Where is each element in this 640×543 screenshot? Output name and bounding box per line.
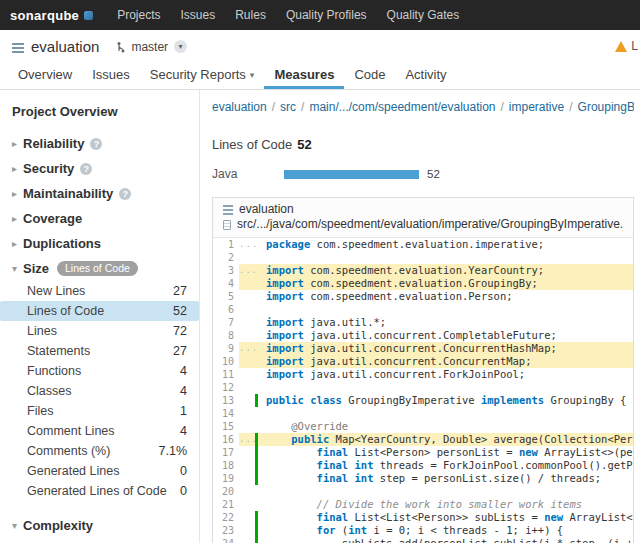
line-number[interactable]: 6	[213, 303, 239, 316]
project-name-link[interactable]: evaluation	[31, 38, 99, 55]
scm-info[interactable]	[239, 303, 255, 316]
line-number[interactable]: 24	[213, 537, 239, 543]
tab[interactable]: Overview	[8, 63, 82, 89]
scm-info[interactable]	[239, 381, 255, 394]
line-number[interactable]: 15	[213, 420, 239, 433]
line-number[interactable]: 16	[213, 433, 239, 446]
measure-section-header[interactable]: ▸ Coverage	[0, 206, 199, 231]
help-icon[interactable]: ?	[80, 163, 92, 175]
line-number[interactable]: 10	[213, 355, 239, 368]
sonarqube-cube-icon	[84, 11, 93, 20]
scm-info[interactable]	[239, 524, 255, 537]
sonarqube-logo[interactable]: sonarqube	[10, 8, 93, 23]
line-number[interactable]: 3	[213, 264, 239, 277]
scm-info[interactable]: ...	[239, 342, 255, 355]
tab[interactable]: Issues	[82, 63, 140, 89]
scm-info[interactable]: ...	[239, 433, 255, 446]
file-path-link[interactable]: src/.../java/com/speedment/evaluation/im…	[237, 217, 623, 232]
help-icon[interactable]: ?	[90, 138, 102, 150]
code-line: 23 for (int i = 0; i < threads - 1; i++)…	[213, 524, 633, 537]
measure-item[interactable]: Comments (%) 7.1%	[0, 441, 199, 461]
breadcrumb-item[interactable]: imperative	[509, 100, 564, 114]
line-number[interactable]: 9	[213, 342, 239, 355]
line-number[interactable]: 19	[213, 472, 239, 485]
line-number[interactable]: 12	[213, 381, 239, 394]
topnav-item[interactable]: Rules	[225, 0, 276, 30]
measure-section-header[interactable]: ▾ Complexity	[0, 513, 199, 538]
tab[interactable]: Measures	[264, 63, 344, 89]
scm-info[interactable]	[239, 355, 255, 368]
scm-info[interactable]	[239, 290, 255, 303]
coverage-indicator	[255, 277, 262, 290]
line-number[interactable]: 13	[213, 394, 239, 407]
help-icon[interactable]: ?	[119, 188, 131, 200]
scm-info[interactable]	[239, 329, 255, 342]
measure-section-header[interactable]: ▸ Reliability ?	[0, 131, 199, 156]
breadcrumb-item[interactable]: GroupingByImperative.java	[578, 100, 634, 114]
scm-info[interactable]	[239, 277, 255, 290]
line-number[interactable]: 21	[213, 498, 239, 511]
measure-item[interactable]: Cyclomatic Complexity 11	[0, 538, 199, 543]
analysis-warning[interactable]: L	[615, 39, 638, 53]
scm-info[interactable]	[239, 251, 255, 264]
branch-selector[interactable]: master ▾	[115, 40, 187, 54]
measure-item[interactable]: Lines 72	[0, 321, 199, 341]
code-line: 10 import java.util.concurrent.Concurren…	[213, 355, 633, 368]
scm-info[interactable]	[239, 316, 255, 329]
measure-item[interactable]: Classes 4	[0, 381, 199, 401]
scm-info[interactable]	[239, 537, 255, 543]
measure-value: 0	[180, 484, 187, 498]
scm-info[interactable]	[239, 485, 255, 498]
topnav-item[interactable]: Quality Profiles	[276, 0, 377, 30]
measure-item[interactable]: Lines of Code 52	[0, 301, 199, 321]
measure-item[interactable]: Statements 27	[0, 341, 199, 361]
line-number[interactable]: 18	[213, 459, 239, 472]
measure-section-header[interactable]: ▸ Maintainability ?	[0, 181, 199, 206]
topnav-item[interactable]: Quality Gates	[377, 0, 470, 30]
measure-label: Lines of Code	[27, 304, 104, 318]
tab[interactable]: Security Reports ▾	[140, 63, 265, 89]
line-number[interactable]: 11	[213, 368, 239, 381]
line-number[interactable]: 22	[213, 511, 239, 524]
breadcrumb-item[interactable]: src	[280, 100, 296, 114]
code-line: 19 final int step = personList.size() / …	[213, 472, 633, 485]
measure-item[interactable]: Generated Lines of Code 0	[0, 481, 199, 501]
scm-info[interactable]	[239, 407, 255, 420]
scm-info[interactable]: ...	[239, 264, 255, 277]
measure-item[interactable]: Comment Lines 4	[0, 421, 199, 441]
breadcrumb-item[interactable]: main/.../com/speedment/evaluation	[309, 100, 495, 114]
tab[interactable]: Activity	[395, 63, 456, 89]
measure-section-header[interactable]: ▸ Duplications	[0, 231, 199, 256]
topnav-item[interactable]: Projects	[107, 0, 170, 30]
scm-info[interactable]	[239, 459, 255, 472]
line-number[interactable]: 23	[213, 524, 239, 537]
tab[interactable]: Code	[344, 63, 395, 89]
line-number[interactable]: 20	[213, 485, 239, 498]
line-number[interactable]: 8	[213, 329, 239, 342]
scm-info[interactable]	[239, 511, 255, 524]
scm-info[interactable]: ...	[239, 238, 255, 251]
line-number[interactable]: 4	[213, 277, 239, 290]
measure-item[interactable]: New Lines 27	[0, 281, 199, 301]
scm-info[interactable]	[239, 446, 255, 459]
line-number[interactable]: 14	[213, 407, 239, 420]
line-number[interactable]: 7	[213, 316, 239, 329]
line-number[interactable]: 17	[213, 446, 239, 459]
scm-info[interactable]	[239, 394, 255, 407]
line-number[interactable]: 2	[213, 251, 239, 264]
line-number[interactable]: 5	[213, 290, 239, 303]
measure-section-header[interactable]: ▾ Size Lines of Code	[0, 256, 199, 281]
file-header-project-link[interactable]: evaluation	[239, 202, 294, 217]
breadcrumb-item[interactable]: evaluation	[212, 100, 267, 114]
scm-info[interactable]	[239, 420, 255, 433]
topnav-item[interactable]: Issues	[171, 0, 226, 30]
scm-info[interactable]	[239, 472, 255, 485]
measure-item[interactable]: Files 1	[0, 401, 199, 421]
line-number[interactable]: 1	[213, 238, 239, 251]
scm-info[interactable]	[239, 498, 255, 511]
scm-info[interactable]	[239, 368, 255, 381]
breadcrumb-separator: /	[501, 100, 504, 114]
measure-section-header[interactable]: ▸ Security ?	[0, 156, 199, 181]
measure-item[interactable]: Functions 4	[0, 361, 199, 381]
measure-item[interactable]: Generated Lines 0	[0, 461, 199, 481]
